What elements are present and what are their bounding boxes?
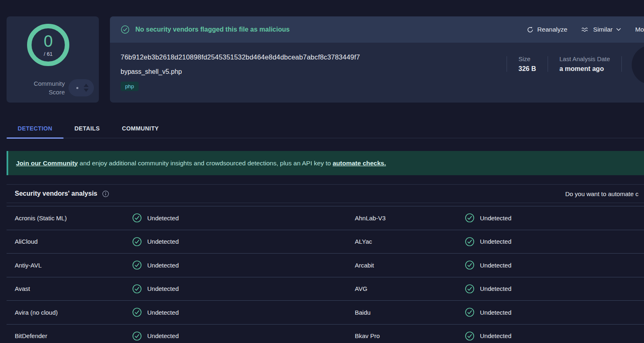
community-score-label: Community Score [27, 79, 65, 97]
vendor-result: Undetected [465, 307, 644, 317]
table-row: Avast Undetected AVG Undetected [7, 277, 644, 301]
tab-detection[interactable]: DETECTION [7, 119, 64, 138]
vendor-status: Undetected [480, 285, 512, 292]
vendor-result: Undetected [465, 260, 644, 270]
vendor-status: Undetected [480, 262, 512, 269]
vendor-status: Undetected [147, 262, 179, 269]
check-circle-icon [132, 284, 142, 294]
tab-details[interactable]: DETAILS [64, 119, 111, 138]
file-meta-group: Size 326 B Last Analysis Date a moment a… [507, 55, 622, 73]
check-circle-icon [465, 331, 475, 341]
file-summary-card: No security vendors flagged this file as… [110, 16, 644, 103]
check-circle-icon [465, 260, 475, 270]
automate-prompt: Do you want to automate c [565, 190, 638, 197]
detections-total: / 61 [44, 51, 53, 57]
file-info-section: 76b912eb3b2618d210898fd2545351532bd464e8… [110, 43, 644, 103]
file-type-tag[interactable]: php [121, 82, 139, 91]
vendor-status: Undetected [480, 238, 512, 245]
last-analysis-label: Last Analysis Date [560, 55, 610, 62]
vendor-result: Undetected [132, 307, 347, 317]
vendor-name: AVG [347, 285, 465, 292]
verdict-message: No security vendors flagged this file as… [135, 26, 290, 33]
tab-community[interactable]: COMMUNITY [111, 119, 170, 138]
header-actions: Reanalyze Similar Mo [527, 26, 644, 33]
banner-text: and enjoy additional community insights … [78, 160, 333, 167]
vendor-status: Undetected [147, 215, 179, 222]
check-circle-icon [132, 307, 142, 317]
size-value: 326 B [518, 65, 536, 73]
file-type-badge [632, 45, 644, 85]
vendor-name: Arcabit [347, 262, 465, 269]
join-community-link[interactable]: Join our Community [16, 160, 78, 167]
vendor-name: Baidu [347, 309, 465, 316]
vendor-name: ALYac [347, 238, 465, 245]
vendor-result: Undetected [132, 260, 347, 270]
table-row: Avira (no cloud) Undetected Baidu Undete… [7, 300, 644, 324]
vendor-name: Avast [7, 285, 132, 292]
vendor-analysis-table: Acronis (Static ML) Undetected AhnLab-V3… [7, 206, 644, 343]
vendor-result: Undetected [465, 331, 644, 341]
vendor-status: Undetected [147, 332, 179, 339]
table-row: BitDefender Undetected Bkav Pro Undetect… [7, 324, 644, 343]
similar-waves-icon [581, 27, 589, 32]
check-circle-icon [465, 237, 475, 247]
check-circle-icon [465, 213, 475, 223]
vendor-result: Undetected [132, 284, 347, 294]
last-analysis-block: Last Analysis Date a moment ago [548, 55, 621, 73]
last-analysis-value: a moment ago [560, 65, 610, 73]
virustotal-report-page: 0 / 61 Community Score No security vendo… [0, 0, 644, 343]
check-circle-icon [121, 25, 130, 34]
automate-checks-link[interactable]: automate checks. [333, 160, 386, 167]
analysis-title: Security vendors' analysis [15, 190, 97, 197]
vendor-name: Acronis (Static ML) [7, 215, 132, 222]
vendor-name: AliCloud [7, 238, 132, 245]
vendor-result: Undetected [132, 331, 347, 341]
detections-count: 0 [43, 33, 53, 49]
info-icon[interactable] [102, 190, 109, 197]
check-circle-icon [465, 284, 475, 294]
vendor-name: Antiy-AVL [7, 262, 132, 269]
vote-up-icon[interactable] [84, 84, 89, 87]
vendor-status: Undetected [480, 309, 512, 316]
more-label: Mo [635, 26, 644, 33]
check-circle-icon [465, 307, 475, 317]
vendor-status: Undetected [480, 332, 512, 339]
file-size-block: Size 326 B [507, 55, 548, 73]
vendor-result: Undetected [465, 284, 644, 294]
chevron-down-icon [616, 28, 621, 31]
similar-button[interactable]: Similar [581, 26, 621, 33]
community-vote-widget[interactable] [69, 79, 94, 96]
vendor-name: AhnLab-V3 [347, 215, 465, 222]
vendor-result: Undetected [132, 213, 347, 223]
analysis-section-header: Security vendors' analysis Do you want t… [7, 184, 644, 203]
reanalyze-icon [527, 26, 534, 33]
detection-score-ring: 0 / 61 [27, 24, 69, 66]
community-score-card: 0 / 61 Community Score [7, 16, 99, 103]
vendor-result: Undetected [132, 237, 347, 247]
vendor-status: Undetected [147, 285, 179, 292]
meta-divider [621, 56, 622, 72]
check-circle-icon [132, 213, 142, 223]
reanalyze-button[interactable]: Reanalyze [527, 26, 567, 33]
check-circle-icon [132, 331, 142, 341]
vendor-name: Bkav Pro [347, 332, 465, 339]
vendor-result: Undetected [465, 213, 644, 223]
join-community-banner: Join our Community and enjoy additional … [7, 151, 644, 175]
check-circle-icon [132, 260, 142, 270]
more-button[interactable]: Mo [635, 26, 644, 33]
vendor-name: BitDefender [7, 332, 132, 339]
size-label: Size [518, 55, 536, 62]
table-row: Antiy-AVL Undetected Arcabit Undetected [7, 253, 644, 277]
report-tabs: DETECTION DETAILS COMMUNITY [7, 119, 644, 138]
verdict-bar: No security vendors flagged this file as… [110, 16, 644, 43]
vendor-result: Undetected [465, 237, 644, 247]
check-circle-icon [132, 237, 142, 247]
table-row: AliCloud Undetected ALYac Undetected [7, 230, 644, 254]
vendor-status: Undetected [147, 309, 179, 316]
vote-down-icon[interactable] [84, 89, 89, 92]
reanalyze-label: Reanalyze [537, 26, 567, 33]
vendor-status: Undetected [480, 215, 512, 222]
vote-dot-icon [76, 87, 78, 89]
vendor-status: Undetected [147, 238, 179, 245]
vendor-name: Avira (no cloud) [7, 309, 132, 316]
